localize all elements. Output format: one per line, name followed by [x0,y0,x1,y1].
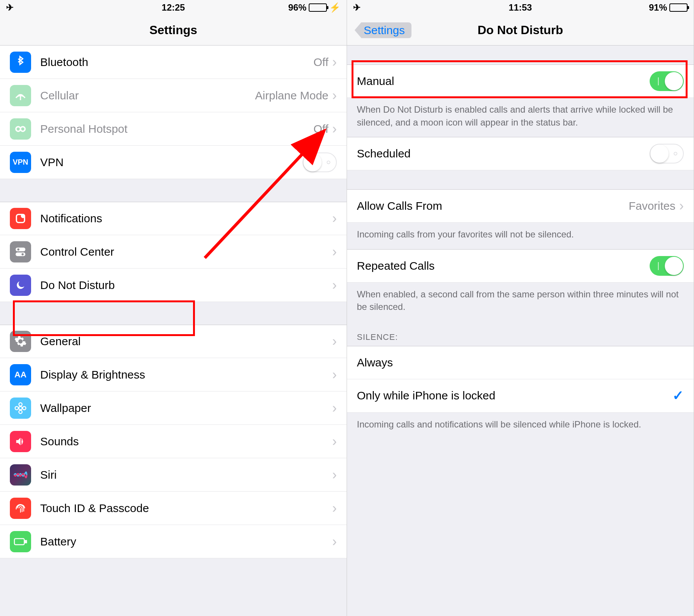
dnd-screen: ✈ 11:53 91% Settings Do Not Disturb Manu… [347,0,694,616]
row-do-not-disturb[interactable]: Do Not Disturb › [0,269,347,302]
row-manual[interactable]: Manual [347,64,694,98]
row-value: Airplane Mode [255,89,328,102]
chevron-right-icon: › [332,244,337,260]
status-time: 12:25 [162,2,185,13]
row-label: Wallpaper [40,402,332,415]
back-button[interactable]: Settings [355,22,411,38]
status-bar: ✈ 11:53 91% [347,0,694,15]
silence-footer: Incoming calls and notifications will be… [347,413,694,439]
row-allow-calls[interactable]: Allow Calls From Favorites › [347,189,694,223]
silence-header: SILENCE: [347,322,694,346]
hotspot-icon [10,118,31,140]
nav-bar: Settings [0,15,347,46]
row-label: Scheduled [357,147,650,160]
svg-rect-5 [16,252,25,256]
chevron-right-icon: › [332,467,337,483]
manual-toggle[interactable] [650,71,684,91]
status-bar: ✈ 12:25 96% ⚡ [0,0,347,15]
notifications-icon [10,208,31,229]
row-label: Cellular [40,89,255,102]
vpn-icon: VPN [10,152,31,173]
row-bluetooth[interactable]: Bluetooth Off › [0,46,347,79]
svg-point-12 [23,406,26,410]
svg-point-10 [19,410,22,413]
row-notifications[interactable]: Notifications › [0,202,347,235]
svg-rect-14 [25,541,27,543]
airplane-icon: ✈ [6,2,14,13]
row-label: General [40,335,332,348]
row-label: Always [357,356,684,369]
airplane-icon: ✈ [353,2,361,13]
repeated-toggle[interactable] [650,256,684,276]
allow-calls-footer: Incoming calls from your favorites will … [347,223,694,249]
row-touchid[interactable]: Touch ID & Passcode › [0,492,347,525]
battery-icon [669,3,688,12]
svg-point-7 [22,253,24,255]
row-label: Notifications [40,212,332,225]
manual-footer: When Do Not Disturb is enabled calls and… [347,98,694,137]
svg-point-1 [20,127,25,131]
page-title: Do Not Disturb [477,23,563,37]
svg-point-8 [19,406,22,410]
row-label: Manual [357,75,650,88]
gear-icon [10,331,31,352]
row-wallpaper[interactable]: Wallpaper › [0,391,347,425]
row-label: Display & Brightness [40,368,332,381]
svg-rect-4 [16,247,25,251]
battery-pct: 96% [288,2,306,13]
repeated-footer: When enabled, a second call from the sam… [347,283,694,322]
row-display[interactable]: AA Display & Brightness › [0,358,347,391]
row-label: Allow Calls From [357,200,629,212]
chevron-right-icon: › [332,54,337,70]
chevron-right-icon: › [332,400,337,416]
row-label: Bluetooth [40,56,314,69]
checkmark-icon: ✓ [672,388,684,404]
row-vpn[interactable]: VPN VPN [0,146,347,179]
row-control-center[interactable]: Control Center › [0,235,347,269]
row-silence-always[interactable]: Always [347,346,694,379]
row-sounds[interactable]: Sounds › [0,425,347,458]
row-value: Favorites [629,200,675,212]
chevron-right-icon: › [332,534,337,550]
control-center-icon [10,241,31,262]
row-general[interactable]: General › [0,325,347,358]
row-hotspot[interactable]: Personal Hotspot Off › [0,112,347,146]
row-repeated-calls[interactable]: Repeated Calls [347,249,694,283]
vpn-toggle[interactable] [303,152,337,172]
chevron-right-icon: › [332,434,337,449]
row-label: Personal Hotspot [40,123,314,135]
row-label: Do Not Disturb [40,279,332,292]
row-label: Control Center [40,245,332,258]
row-siri[interactable]: Siri › [0,458,347,492]
row-scheduled[interactable]: Scheduled [347,137,694,170]
row-value: Off [314,56,328,69]
svg-point-11 [15,406,19,410]
battery-icon [309,3,327,12]
moon-icon [10,275,31,296]
back-label: Settings [364,24,405,37]
svg-rect-13 [14,539,24,545]
row-value: Off [314,123,328,135]
row-label: Sounds [40,435,332,448]
row-label: Repeated Calls [357,259,650,272]
svg-point-9 [19,402,22,406]
chevron-right-icon: › [332,211,337,226]
row-label: Battery [40,535,332,548]
row-label: Only while iPhone is locked [357,389,672,402]
row-silence-locked[interactable]: Only while iPhone is locked ✓ [347,379,694,413]
row-label: Siri [40,468,332,481]
charging-icon: ⚡ [329,2,341,13]
cellular-icon [10,85,31,106]
row-label: VPN [40,156,303,169]
chevron-right-icon: › [332,333,337,349]
sounds-icon [10,431,31,452]
svg-point-3 [22,214,25,217]
bluetooth-icon [10,52,31,73]
chevron-right-icon: › [332,121,337,137]
scheduled-toggle[interactable] [650,144,684,163]
nav-bar: Settings Do Not Disturb [347,15,694,46]
row-battery[interactable]: Battery › [0,525,347,558]
fingerprint-icon [10,498,31,519]
chevron-right-icon: › [332,367,337,383]
row-cellular[interactable]: Cellular Airplane Mode › [0,79,347,112]
